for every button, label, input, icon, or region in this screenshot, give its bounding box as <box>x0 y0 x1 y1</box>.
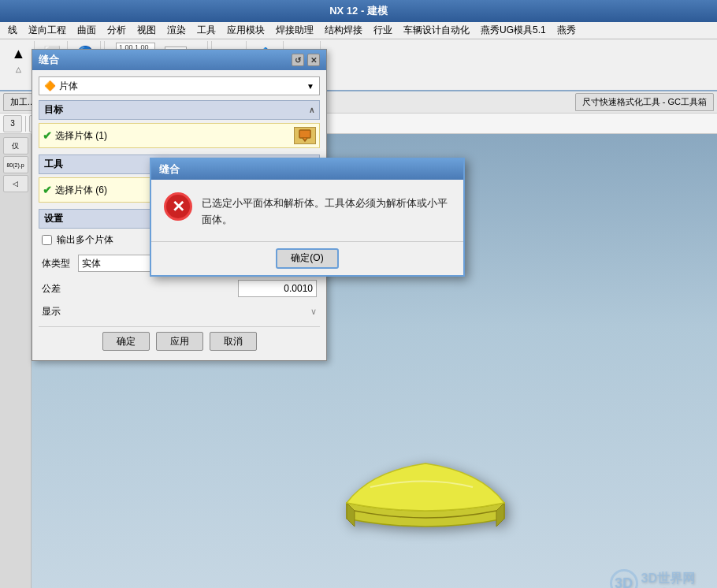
menu-item-line[interactable]: 线 <box>3 22 22 39</box>
svg-rect-0 <box>299 130 310 138</box>
ribbon-icon-1[interactable]: ▲ <box>8 43 30 65</box>
left-btn-file[interactable]: 80(2).p <box>3 156 28 173</box>
ribbon-group-1: ▲ △ <box>3 41 35 75</box>
target-check-icon: ✔ <box>43 129 52 142</box>
tolerance-input[interactable] <box>238 280 317 297</box>
menu-item-appmodule[interactable]: 应用模块 <box>222 22 269 39</box>
sew-refresh-btn[interactable]: ↺ <box>292 54 304 66</box>
target-select-icon <box>298 128 312 143</box>
app-title: NX 12 - 建模 <box>329 4 388 18</box>
display-collapse[interactable]: ∨ <box>310 307 317 317</box>
title-bar: NX 12 - 建模 <box>0 0 717 22</box>
menu-item-reverse[interactable]: 逆向工程 <box>24 22 71 39</box>
target-selection-row: ✔ 选择片体 (1) <box>39 123 320 148</box>
menu-item-yanxiu1[interactable]: 燕秀UG模具5.1 <box>476 22 551 39</box>
sep-1 <box>25 116 26 132</box>
error-dialog-title: 缝合 <box>151 159 463 180</box>
menu-item-vehicle[interactable]: 车辆设计自动化 <box>399 22 474 39</box>
error-message: 已选定小平面体和解析体。工具体必须为解析体或小平面体。 <box>202 192 451 229</box>
sew-dialog-buttons: ↺ ✕ <box>292 54 320 66</box>
menu-item-industry[interactable]: 行业 <box>369 22 397 39</box>
error-dialog-footer: 确定(O) <box>151 241 463 275</box>
output-checkbox[interactable] <box>42 235 52 245</box>
menu-item-render[interactable]: 渲染 <box>162 22 191 39</box>
3d-shape <box>331 432 520 534</box>
left-panel: 仅 80(2).p ◁ <box>0 134 32 588</box>
tool-check-icon: ✔ <box>43 184 52 196</box>
menu-item-tools[interactable]: 工具 <box>192 22 221 39</box>
sew-dialog-titlebar: 缝合 ↺ ✕ <box>32 50 326 70</box>
error-icon: ✕ <box>164 192 192 221</box>
type-dropdown[interactable]: 🔶 片体 ▼ <box>39 76 320 95</box>
menu-item-surface[interactable]: 曲面 <box>72 22 101 39</box>
left-btn-3[interactable]: ◁ <box>3 175 28 192</box>
tb-btn-1[interactable]: 3 <box>3 115 22 132</box>
type-dropdown-arrow: ▼ <box>306 82 314 91</box>
menu-item-weld[interactable]: 焊接助理 <box>271 22 318 39</box>
tolerance-row: 公差 <box>39 278 320 299</box>
target-section: 目标 ∧ ✔ 选择片体 (1) <box>39 100 320 148</box>
menu-item-view[interactable]: 视图 <box>132 22 161 39</box>
cancel-btn[interactable]: 取消 <box>210 332 257 351</box>
menu-item-analysis[interactable]: 分析 <box>102 22 131 39</box>
sew-close-btn[interactable]: ✕ <box>307 54 320 66</box>
display-row: 显示 ∨ <box>39 303 320 320</box>
sew-dialog-title: 缝合 <box>39 53 59 67</box>
left-btn-1[interactable]: 仅 <box>3 137 28 154</box>
target-select-btn[interactable] <box>294 127 316 144</box>
apply-btn[interactable]: 应用 <box>156 332 203 351</box>
menu-bar: 线 逆向工程 曲面 分析 视图 渲染 工具 应用模块 焊接助理 结构焊接 行业 … <box>0 22 717 39</box>
watermark: 3D 3D世界网 www.3dsjw.com <box>610 569 702 588</box>
target-section-header: 目标 ∧ <box>39 100 320 120</box>
error-dialog: 缝合 ✕ 已选定小平面体和解析体。工具体必须为解析体或小平面体。 确定(O) <box>150 158 465 277</box>
error-ok-btn[interactable]: 确定(O) <box>276 248 339 269</box>
menu-item-structweld[interactable]: 结构焊接 <box>320 22 367 39</box>
tab-gc[interactable]: 尺寸快速格式化工具 - GC工具箱 <box>575 93 714 111</box>
menu-item-yanxiu2[interactable]: 燕秀 <box>552 22 581 39</box>
target-collapse-icon[interactable]: ∧ <box>309 106 314 114</box>
action-buttons: 确定 应用 取消 <box>39 326 320 354</box>
confirm-btn[interactable]: 确定 <box>102 332 150 351</box>
error-dialog-body: ✕ 已选定小平面体和解析体。工具体必须为解析体或小平面体。 <box>151 180 463 241</box>
